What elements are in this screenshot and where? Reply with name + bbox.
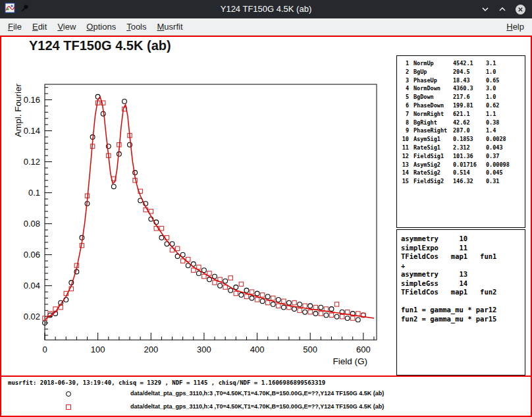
svg-text:0.08: 0.08 (24, 219, 40, 229)
maximize-button[interactable] (498, 5, 507, 14)
param-row: 12FieldSig1101.360.37 (399, 152, 523, 161)
theory-box: asymmetry 10 simplExpo 11 TFieldCos map1… (396, 229, 525, 375)
param-num: 12 (399, 152, 409, 161)
param-err: 0.37 (486, 152, 523, 161)
param-err: 3.0 (486, 84, 523, 93)
svg-text:0.04: 0.04 (24, 281, 40, 291)
param-name: NormRight (413, 110, 453, 119)
svg-text:100: 100 (91, 345, 105, 354)
svg-text:400: 400 (250, 345, 265, 354)
param-val: 4360.3 (453, 84, 486, 93)
param-row: 4NormDown4360.33.0 (399, 84, 523, 93)
param-err: 0.31 (486, 177, 523, 186)
param-num: 2 (399, 68, 409, 76)
legend-label: data/deltat_pta_gps_3110,h:4 ,T0=4.50K,T… (130, 403, 384, 410)
fourier-plot[interactable]: 01002003004005006000.020.040.060.080.10.… (1, 37, 396, 378)
param-err: 3.1 (486, 59, 523, 68)
pad-divider (1, 375, 531, 377)
param-name: RateSig2 (413, 169, 453, 177)
x-axis-title: Field (G) (332, 356, 367, 366)
svg-text:0.06: 0.06 (24, 250, 40, 260)
param-row: 10AsymSig10.18530.0028 (399, 135, 523, 144)
circle-marker-icon (66, 391, 71, 397)
param-name: FieldSig2 (413, 177, 453, 186)
param-err: 0.62 (486, 101, 523, 110)
param-val: 2.312 (453, 144, 486, 152)
root-canvas[interactable]: Y124 TF150G 4.5K (ab) 010020030040050060… (0, 36, 532, 417)
param-val: 0.514 (453, 169, 486, 177)
param-name: FieldSig1 (413, 152, 453, 161)
param-val: 42.62 (453, 119, 486, 127)
menu-help[interactable]: Help (501, 20, 529, 34)
param-row: 6PhaseDown199.810.62 (399, 101, 523, 110)
param-name: BgRight (413, 119, 453, 127)
param-num: 6 (399, 101, 409, 110)
param-row: 13AsymSig20.017160.00098 (399, 161, 523, 169)
square-marker-icon (66, 404, 71, 410)
param-val: 146.32 (453, 177, 486, 186)
parameter-box: 1NormUp4542.13.12BgUp204.51.03PhaseUp18.… (396, 55, 525, 228)
param-val: 0.01716 (453, 161, 486, 169)
param-name: PhaseUp (413, 76, 453, 85)
menu-tools[interactable]: Tools (121, 20, 151, 34)
param-name: BgDown (413, 93, 453, 101)
param-row: 1NormUp4542.13.1 (399, 59, 523, 68)
param-val: 204.5 (453, 68, 486, 76)
close-button[interactable] (515, 4, 526, 15)
svg-text:0.02: 0.02 (24, 312, 40, 321)
menu-musrfit[interactable]: Musrfit (152, 20, 188, 34)
param-name: NormDown (413, 84, 453, 93)
param-val: 287.0 (453, 126, 486, 135)
series-fit (45, 97, 374, 320)
menu-file[interactable]: File (3, 20, 27, 34)
theory-text: asymmetry 10 simplExpo 11 TFieldCos map1… (401, 235, 521, 323)
param-err: 0.045 (486, 169, 523, 177)
svg-text:0.1: 0.1 (28, 188, 40, 198)
param-row: 2BgUp204.51.0 (399, 68, 523, 76)
param-val: 217.6 (453, 93, 486, 101)
param-name: NormUp (413, 59, 453, 68)
menubar: File Edit View Options Tools Musrfit Hel… (0, 18, 532, 36)
svg-text:200: 200 (144, 345, 158, 354)
param-name: RateSig1 (413, 144, 453, 152)
param-name: PhaseDown (413, 101, 453, 110)
param-num: 10 (399, 135, 409, 144)
param-val: 0.1853 (453, 135, 486, 144)
param-num: 15 (399, 177, 409, 186)
param-row: 7NormRight621.11.1 (399, 110, 523, 119)
param-err: 0.38 (486, 119, 523, 127)
param-num: 11 (399, 144, 409, 152)
menu-view[interactable]: View (52, 20, 81, 34)
menu-edit[interactable]: Edit (27, 20, 52, 34)
param-val: 18.43 (453, 76, 486, 85)
legend-entry: data/deltat_pta_gps_3110,h:4 ,T0=4.50K,T… (1, 402, 531, 414)
param-num: 4 (399, 84, 409, 93)
series-data-h-3 (43, 94, 366, 325)
param-num: 7 (399, 110, 409, 119)
menu-options[interactable]: Options (81, 20, 121, 34)
param-err: 1.1 (486, 110, 523, 119)
titlebar[interactable]: Y124 TF150G 4.5K (ab) (0, 0, 532, 18)
param-num: 1 (399, 59, 409, 68)
app-window: Y124 TF150G 4.5K (ab) File Edit View Opt… (0, 0, 532, 417)
param-err: 1.0 (486, 68, 523, 76)
param-row: 5BgDown217.61.0 (399, 93, 523, 101)
param-num: 8 (399, 119, 409, 127)
minimize-button[interactable] (481, 5, 490, 14)
param-num: 14 (399, 169, 409, 177)
svg-text:0.16: 0.16 (24, 95, 40, 105)
parameter-table: 1NormUp4542.13.12BgUp204.51.03PhaseUp18.… (399, 59, 523, 186)
param-row: 11RateSig12.3120.043 (399, 144, 523, 152)
param-err: 0.0028 (486, 135, 523, 144)
param-err: 0.65 (486, 76, 523, 85)
param-err: 1.4 (486, 126, 523, 135)
param-err: 0.043 (486, 144, 523, 152)
fit-status: musrfit: 2018-06-30, 13:19:40, chisq = 1… (8, 379, 325, 386)
param-row: 14RateSig20.5140.045 (399, 169, 523, 177)
param-val: 4542.1 (453, 59, 486, 68)
param-num: 3 (399, 76, 409, 85)
svg-text:300: 300 (197, 345, 211, 354)
param-name: BgUp (413, 68, 453, 76)
param-num: 9 (399, 126, 409, 135)
param-row: 9PhaseRight287.01.4 (399, 126, 523, 135)
